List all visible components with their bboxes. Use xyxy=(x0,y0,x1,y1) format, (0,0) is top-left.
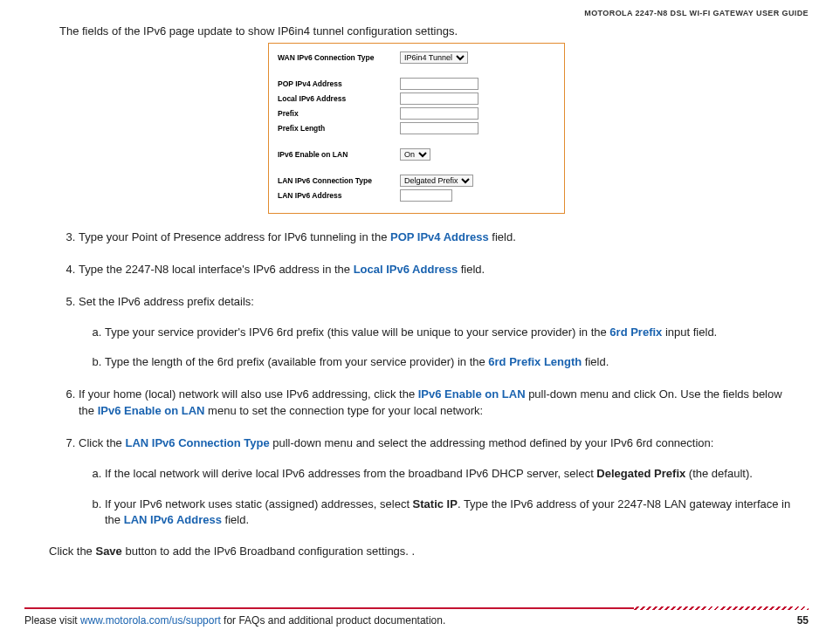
footer-hatch xyxy=(634,606,809,610)
instruction-list: Type your Point of Presence address for … xyxy=(79,230,809,529)
local-ipv6-address-term: Local IPv6 Address xyxy=(354,263,458,276)
step-5-sublist: Type your service provider's IPV6 6rd pr… xyxy=(105,325,800,372)
wan-conn-type-label: WAN IPv6 Connection Type xyxy=(278,53,400,62)
text: (the default). xyxy=(685,467,753,480)
local-ipv6-label: Local IPv6 Address xyxy=(278,94,400,103)
ipv6-enable-lan-select[interactable]: On xyxy=(400,148,430,161)
lan-ipv6-address-label: LAN IPv6 Address xyxy=(278,191,400,200)
static-ip-term: Static IP xyxy=(413,497,458,510)
prefix-length-input[interactable] xyxy=(400,122,478,134)
page-footer: Please visit www.motorola.com/us/support… xyxy=(24,607,809,627)
footer-divider xyxy=(24,607,809,609)
text: Click the xyxy=(49,545,95,558)
text: field. xyxy=(222,513,249,526)
text: pull-down menu and select the addressing… xyxy=(270,436,714,449)
text: Type your Point of Presence address for … xyxy=(79,230,390,243)
page-number: 55 xyxy=(797,614,809,627)
footer-text: Please visit www.motorola.com/us/support… xyxy=(24,614,445,627)
text: Please visit xyxy=(24,614,80,627)
step-7a: If the local network will derive local I… xyxy=(105,466,800,483)
ipv6-enable-lan-label: IPv6 Enable on LAN xyxy=(278,150,400,159)
6rd-prefix-length-term: 6rd Prefix Length xyxy=(488,355,582,368)
lan-ipv6-address-term: LAN IPv6 Address xyxy=(124,513,222,526)
6rd-prefix-term: 6rd Prefix xyxy=(609,325,662,339)
delegated-prefix-term: Delegated Prefix xyxy=(596,467,685,480)
pop-ipv4-label: POP IPv4 Address xyxy=(278,79,400,88)
step-7-sublist: If the local network will derive local I… xyxy=(105,466,800,530)
text: If your home (local) network will also u… xyxy=(79,387,418,401)
text: Click the xyxy=(79,436,125,449)
step-5a: Type your service provider's IPV6 6rd pr… xyxy=(105,325,800,341)
step-3: Type your Point of Presence address for … xyxy=(79,230,809,246)
step-4: Type the 2247-N8 local interface's IPv6 … xyxy=(79,262,809,278)
intro-text: The fields of the IPv6 page update to sh… xyxy=(59,24,809,38)
ipv6-enable-lan-term-2: IPv6 Enable on LAN xyxy=(98,404,205,417)
save-term: Save xyxy=(95,545,121,558)
step-7: Click the LAN IPv6 Connection Type pull-… xyxy=(79,435,809,529)
lan-ipv6-conn-type-term: LAN IPv6 Connection Type xyxy=(125,436,269,449)
pop-ipv4-input[interactable] xyxy=(400,78,478,90)
config-panel: WAN IPv6 Connection Type IP6in4 Tunnel P… xyxy=(268,43,565,214)
pop-ipv4-address-term: POP IPv4 Address xyxy=(390,230,489,243)
prefix-input[interactable] xyxy=(400,107,478,120)
lan-ipv6-conn-type-select[interactable]: Delgated Prefix xyxy=(400,175,473,187)
text: If your IPv6 network uses static (assign… xyxy=(105,497,413,510)
text: input field. xyxy=(662,325,717,339)
closing-text: Click the Save button to add the IPv6 Br… xyxy=(49,545,809,558)
step-6: If your home (local) network will also u… xyxy=(79,387,809,420)
text: button to add the IPv6 Broadband configu… xyxy=(122,545,415,558)
text: If the local network will derive local I… xyxy=(105,467,596,480)
step-5b: Type the length of the 6rd prefix (avail… xyxy=(105,354,800,371)
lan-ipv6-address-input[interactable] xyxy=(400,189,452,202)
step-7b: If your IPv6 network uses static (assign… xyxy=(105,497,800,530)
text: Type the length of the 6rd prefix (avail… xyxy=(105,355,488,368)
page-header: MOTOROLA 2247-N8 DSL WI-FI GATEWAY USER … xyxy=(24,9,809,17)
text: menu to set the connection type for your… xyxy=(205,404,484,417)
wan-conn-type-select[interactable]: IP6in4 Tunnel xyxy=(400,51,468,64)
text: field. xyxy=(458,263,485,276)
local-ipv6-input[interactable] xyxy=(400,92,478,105)
text: field. xyxy=(489,230,516,243)
text: for FAQs and additional product document… xyxy=(221,614,446,627)
text: Type the 2247-N8 local interface's IPv6 … xyxy=(79,263,354,276)
text: Set the IPv6 address prefix details: xyxy=(79,295,254,308)
step-5: Set the IPv6 address prefix details: Typ… xyxy=(79,294,809,372)
text: Type your service provider's IPV6 6rd pr… xyxy=(105,325,609,339)
prefix-length-label: Prefix Length xyxy=(278,124,400,133)
lan-ipv6-conn-type-label: LAN IPv6 Connection Type xyxy=(278,176,400,185)
text: field. xyxy=(582,355,609,368)
ipv6-enable-lan-term: IPv6 Enable on LAN xyxy=(418,387,526,401)
prefix-label: Prefix xyxy=(278,109,400,118)
support-link[interactable]: www.motorola.com/us/support xyxy=(80,614,221,627)
